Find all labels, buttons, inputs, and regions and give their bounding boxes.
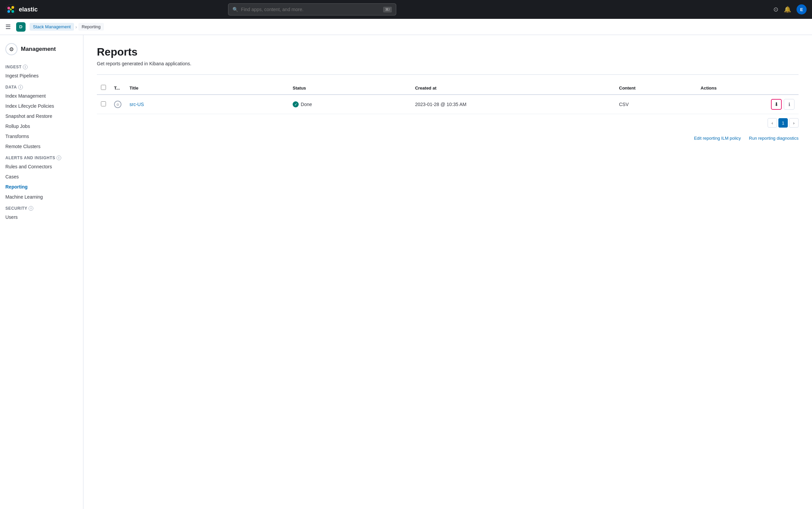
col-header-checkbox	[97, 81, 110, 95]
sidebar-item-index-management[interactable]: Index Management	[0, 91, 83, 101]
main-content: Reports Get reports generated in Kibana …	[83, 35, 812, 509]
security-info-icon[interactable]: i	[29, 206, 33, 211]
sidebar-item-rules-and-connectors[interactable]: Rules and Connectors	[0, 162, 83, 172]
row-type-cell: ⊙	[110, 95, 125, 114]
page-1-button[interactable]: 1	[778, 118, 788, 128]
breadcrumb-parent-link[interactable]: Stack Management	[30, 23, 74, 31]
sidebar-section-security: Security i	[0, 202, 83, 212]
sidebar-section-data: Data i	[0, 81, 83, 91]
sidebar-item-index-lifecycle-policies[interactable]: Index Lifecycle Policies	[0, 101, 83, 111]
sidebar-item-reporting[interactable]: Reporting	[0, 182, 83, 192]
pagination: ‹ 1 ›	[97, 114, 799, 130]
ingest-info-icon[interactable]: i	[23, 65, 28, 69]
breadcrumb-separator: ›	[75, 24, 77, 30]
content-divider	[97, 74, 799, 75]
col-header-type[interactable]: T...	[110, 81, 125, 95]
app-layout: ⚙ Management Ingest i Ingest Pipelines D…	[0, 35, 812, 509]
help-icon[interactable]: ⊙	[773, 6, 778, 13]
run-reporting-diagnostics-link[interactable]: Run reporting diagnostics	[749, 136, 799, 141]
download-button[interactable]: ⬇	[771, 99, 782, 110]
row-created-cell: 2023-01-28 @ 10:35 AM	[411, 95, 615, 114]
next-page-button[interactable]: ›	[789, 118, 799, 128]
sidebar-item-rollup-jobs[interactable]: Rollup Jobs	[0, 121, 83, 131]
status-check-icon: ✓	[293, 101, 299, 107]
col-header-status[interactable]: Status	[289, 81, 411, 95]
row-title-link[interactable]: src-US	[130, 102, 144, 107]
row-checkbox-cell	[97, 95, 110, 114]
sidebar-item-ingest-pipelines[interactable]: Ingest Pipelines	[0, 71, 83, 81]
search-icon: 🔍	[232, 7, 238, 12]
alerts-info-icon[interactable]: i	[57, 156, 61, 160]
status-text: Done	[301, 102, 312, 107]
breadcrumb-bar: ☰ D Stack Management › Reporting	[0, 19, 812, 35]
page-title: Reports	[97, 46, 799, 58]
logo-area: elastic	[5, 4, 38, 15]
hamburger-menu[interactable]: ☰	[5, 23, 11, 31]
page-subtitle: Get reports generated in Kibana applicat…	[97, 61, 799, 66]
top-navigation: elastic 🔍 ⌘/ ⊙ 🔔 E	[0, 0, 812, 19]
sidebar-item-snapshot-and-restore[interactable]: Snapshot and Restore	[0, 111, 83, 121]
row-content-cell: CSV	[615, 95, 697, 114]
global-search-bar[interactable]: 🔍 ⌘/	[228, 3, 396, 15]
svg-point-4	[7, 10, 10, 13]
sidebar-item-transforms[interactable]: Transforms	[0, 131, 83, 141]
user-avatar[interactable]: E	[797, 4, 807, 14]
sidebar-item-machine-learning[interactable]: Machine Learning	[0, 192, 83, 202]
col-header-created-at[interactable]: Created at	[411, 81, 615, 95]
sidebar-section-alerts-insights: Alerts and Insights i	[0, 151, 83, 162]
svg-point-1	[7, 7, 10, 9]
search-input[interactable]	[241, 7, 380, 12]
report-info-button[interactable]: ℹ	[784, 99, 795, 110]
svg-point-2	[11, 6, 14, 9]
status-badge: ✓ Done	[293, 101, 312, 107]
actions-group: ⬇ ℹ	[701, 99, 795, 110]
sidebar-section-ingest: Ingest i	[0, 61, 83, 71]
data-info-icon[interactable]: i	[18, 85, 23, 90]
row-title-cell: src-US	[125, 95, 289, 114]
breadcrumb-user-badge: D	[16, 22, 26, 32]
elastic-logo-icon	[5, 4, 16, 15]
edit-reporting-ilm-link[interactable]: Edit reporting ILM policy	[694, 136, 741, 141]
col-header-actions: Actions	[697, 81, 799, 95]
row-type-icon: ⊙	[114, 101, 121, 108]
nav-icons-area: ⊙ 🔔 E	[773, 4, 807, 14]
app-logo-text: elastic	[19, 6, 38, 13]
table-row: ⊙ src-US ✓ Done 2023-01-28 @ 10:35 AM	[97, 95, 799, 114]
select-all-checkbox[interactable]	[101, 85, 106, 90]
notifications-icon[interactable]: 🔔	[784, 6, 791, 13]
col-header-title[interactable]: Title	[125, 81, 289, 95]
breadcrumb-current-page: Reporting	[78, 23, 104, 31]
breadcrumb: Stack Management › Reporting	[30, 23, 104, 31]
svg-point-3	[11, 10, 14, 13]
sidebar-management-header: ⚙ Management	[0, 40, 83, 61]
sidebar-item-cases[interactable]: Cases	[0, 172, 83, 182]
row-status-cell: ✓ Done	[289, 95, 411, 114]
sidebar-item-remote-clusters[interactable]: Remote Clusters	[0, 141, 83, 151]
management-label: Management	[21, 46, 56, 53]
reports-table: T... Title Status Created at Content	[97, 81, 799, 114]
row-checkbox[interactable]	[101, 101, 106, 106]
footer-links: Edit reporting ILM policy Run reporting …	[97, 136, 799, 141]
sidebar-item-users[interactable]: Users	[0, 212, 83, 222]
sidebar: ⚙ Management Ingest i Ingest Pipelines D…	[0, 35, 83, 509]
search-shortcut-badge: ⌘/	[383, 7, 392, 12]
col-header-content[interactable]: Content	[615, 81, 697, 95]
management-icon: ⚙	[5, 43, 17, 55]
svg-point-5	[10, 8, 12, 10]
prev-page-button[interactable]: ‹	[768, 118, 777, 128]
row-actions-cell: ⬇ ℹ	[697, 95, 799, 114]
